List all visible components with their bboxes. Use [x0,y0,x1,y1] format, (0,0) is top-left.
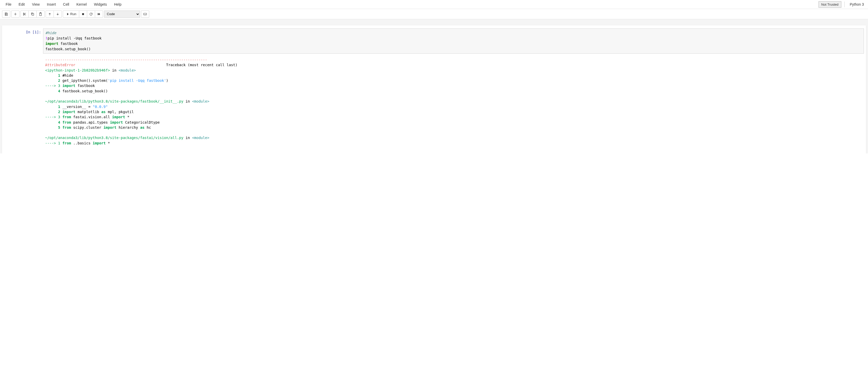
error-name: AttributeError [45,63,75,67]
f2-l2f: pkgutil [116,110,133,114]
code-input-area[interactable]: #hide !pip install -Uqq fastbook import … [43,28,864,54]
f2-l3i: * [127,115,129,119]
menu-help[interactable]: Help [111,1,125,8]
f1-l2d: system [93,79,105,83]
run-icon [66,12,69,16]
frame1-scope: <module> [119,68,136,72]
run-label: Run [70,12,76,16]
plus-icon [13,12,17,16]
menubar-left: File Edit View Insert Cell Kernel Widget… [2,1,125,8]
arrow-up-icon [48,12,52,16]
cell-input-1: In [1]: #hide !pip install -Uqq fastbook… [2,27,866,55]
code-setup-a: fastbook [45,47,63,51]
code-import-mod: fastbook [58,41,78,46]
f3-l1f: import [93,141,106,145]
f1-l1-pre: 1 [45,74,62,78]
kernel-separator [844,2,845,7]
cut-button[interactable] [21,10,29,18]
add-cell-button[interactable] [11,10,20,18]
f2-l3-arrow: ----> 3 [45,115,60,119]
code-setup-d: () [86,47,91,51]
svg-rect-5 [82,13,84,15]
frame3-scope: <module> [192,136,209,140]
restart-button[interactable] [87,10,95,18]
code-setup-c: setup_book [65,47,86,51]
f2-l2e: , [114,110,116,114]
menu-file[interactable]: File [2,1,15,8]
f2-l1b: = [88,105,91,109]
run-button[interactable]: Run [63,10,79,18]
f2-l3f: all [103,115,112,119]
frame1-in: in [110,68,119,72]
f2-l4f: types [97,120,110,124]
f2-l3e: . [101,115,103,119]
f2-l5a: from [60,125,71,129]
f2-l3g: import [112,115,125,119]
f2-l3b: fastai [71,115,86,119]
f1-l4-pre: 4 [45,89,60,93]
f2-l4c: . [86,120,88,124]
f2-l5h: hc [145,125,151,129]
f1-l3b: fastbook [75,84,95,88]
f2-l5g: as [140,125,145,129]
kernel-name[interactable]: Python 3 [848,1,866,7]
f3-l1e: basics [78,141,93,145]
dashline: ----------------------------------------… [45,58,207,62]
f2-l5e: import [103,125,117,129]
f1-l2a: get_ipython [60,79,86,83]
menu-cell[interactable]: Cell [60,1,73,8]
f1-l4c: setup_book [82,89,103,93]
f2-l3c: . [86,115,88,119]
f2-l1a: __version__ [60,105,88,109]
copy-button[interactable] [28,10,37,18]
menu-edit[interactable]: Edit [15,1,28,8]
command-palette-button[interactable] [141,10,149,18]
menu-kernel[interactable]: Kernel [73,1,90,8]
input-prompt: In [1]: [12,28,43,54]
traceback-label: Traceback (most recent call last) [75,63,237,67]
header-right: Not Trusted Python 3 [818,1,866,8]
move-group [45,10,62,18]
run-group: Run [63,10,103,18]
paste-button[interactable] [36,10,44,18]
f2-l5f: hierarchy [116,125,140,129]
f2-l5c: . [84,125,86,129]
interrupt-button[interactable] [79,10,87,18]
f2-l2c: as [101,110,105,114]
f2-l1-pre: 1 [45,105,60,109]
move-down-button[interactable] [54,10,62,18]
f1-l2g: ) [166,79,168,83]
save-button[interactable] [2,10,10,18]
f2-l3d: vision [88,115,101,119]
f2-l5b: scipy [71,125,84,129]
f2-l5d: cluster [86,125,103,129]
f3-l1a: from [60,141,71,145]
f2-l4-pre: 4 [45,120,60,124]
scissors-icon [23,12,26,16]
svg-rect-2 [32,13,34,15]
f2-l4d: api [88,120,95,124]
f1-l2f: 'pip install -Uqq fastbook' [108,79,166,83]
keyboard-icon [143,12,147,16]
frame2-scope: <module> [192,99,209,104]
code-pip: pip install -Uqq fastbook [48,36,101,40]
menu-view[interactable]: View [28,1,43,8]
paste-icon [39,12,42,16]
move-up-button[interactable] [45,10,54,18]
menu-insert[interactable]: Insert [43,1,60,8]
code-import-kw: import [45,41,58,46]
not-trusted-button[interactable]: Not Trusted [818,1,841,8]
edit-group [21,10,44,18]
fast-forward-icon [97,12,101,16]
f1-l2-pre: 2 [45,79,60,83]
cell-type-select[interactable]: Code [104,10,140,18]
menu-widgets[interactable]: Widgets [90,1,111,8]
f1-l4d: () [103,89,108,93]
stop-icon [81,12,85,16]
f2-l2-pre: 2 [45,110,60,114]
frame3-loc: ~/opt/anaconda3/lib/python3.8/site-packa… [45,136,183,140]
frame1-loc: <ipython-input-1-2b820b2b946f> [45,68,110,72]
restart-run-all-button[interactable] [95,10,103,18]
f1-l4a: fastbook [60,89,80,93]
f1-l3a: import [60,84,75,88]
